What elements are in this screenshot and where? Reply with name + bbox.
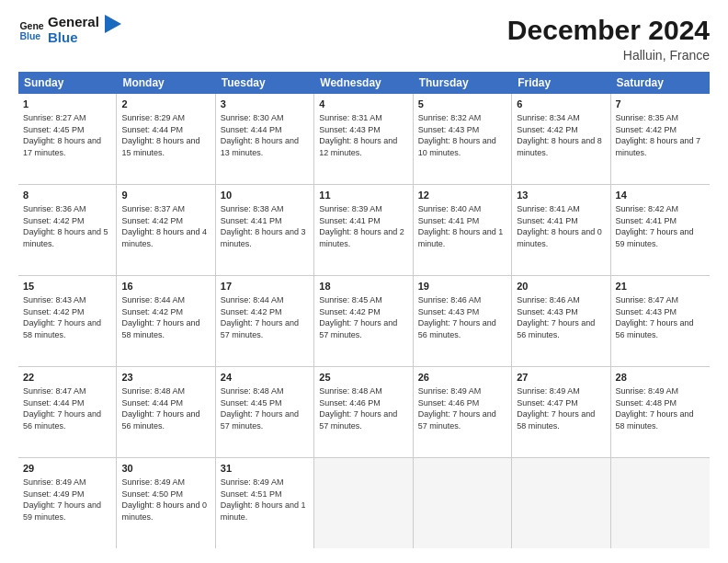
- day-number: 13: [517, 189, 605, 202]
- calendar-cell: 31Sunrise: 8:49 AMSunset: 4:51 PMDayligh…: [216, 458, 314, 548]
- day-number: 23: [121, 371, 210, 385]
- day-number: 27: [517, 371, 605, 385]
- calendar-week-row: 8Sunrise: 8:36 AMSunset: 4:42 PMDaylight…: [18, 185, 710, 276]
- day-number: 24: [221, 371, 309, 385]
- cell-info: Sunrise: 8:43 AMSunset: 4:42 PMDaylight:…: [23, 295, 101, 339]
- cell-info: Sunrise: 8:38 AMSunset: 4:41 PMDaylight:…: [221, 204, 306, 248]
- calendar-cell: 28Sunrise: 8:49 AMSunset: 4:48 PMDayligh…: [611, 367, 710, 457]
- day-number: 11: [319, 189, 407, 202]
- cell-info: Sunrise: 8:27 AMSunset: 4:45 PMDaylight:…: [23, 113, 101, 157]
- calendar-cell: 27Sunrise: 8:49 AMSunset: 4:47 PMDayligh…: [512, 367, 610, 457]
- calendar-body: 1Sunrise: 8:27 AMSunset: 4:45 PMDaylight…: [18, 94, 710, 548]
- cell-info: Sunrise: 8:32 AMSunset: 4:43 PMDaylight:…: [418, 113, 496, 157]
- calendar-cell: 1Sunrise: 8:27 AMSunset: 4:45 PMDaylight…: [18, 94, 117, 184]
- day-number: 21: [616, 280, 705, 293]
- cell-info: Sunrise: 8:49 AMSunset: 4:48 PMDaylight:…: [616, 386, 694, 431]
- calendar-cell: 15Sunrise: 8:43 AMSunset: 4:42 PMDayligh…: [18, 276, 117, 366]
- logo-text-blue: Blue: [48, 30, 99, 46]
- calendar-cell: 26Sunrise: 8:49 AMSunset: 4:46 PMDayligh…: [414, 367, 512, 457]
- day-number: 10: [221, 189, 309, 202]
- cell-info: Sunrise: 8:41 AMSunset: 4:41 PMDaylight:…: [517, 204, 602, 248]
- cell-info: Sunrise: 8:49 AMSunset: 4:46 PMDaylight:…: [418, 386, 496, 431]
- calendar-week-row: 22Sunrise: 8:47 AMSunset: 4:44 PMDayligh…: [18, 367, 710, 458]
- calendar: SundayMondayTuesdayWednesdayThursdayFrid…: [18, 72, 710, 548]
- calendar-week-row: 15Sunrise: 8:43 AMSunset: 4:42 PMDayligh…: [18, 276, 710, 367]
- day-number: 12: [418, 189, 506, 202]
- logo-flag-icon: [105, 15, 123, 42]
- day-number: 19: [418, 280, 506, 293]
- calendar-header-day: Thursday: [414, 72, 512, 94]
- day-number: 17: [221, 280, 309, 293]
- cell-info: Sunrise: 8:44 AMSunset: 4:42 PMDaylight:…: [121, 295, 199, 339]
- day-number: 3: [221, 98, 309, 111]
- day-number: 29: [23, 462, 111, 476]
- calendar-cell: 8Sunrise: 8:36 AMSunset: 4:42 PMDaylight…: [18, 185, 117, 275]
- cell-info: Sunrise: 8:47 AMSunset: 4:43 PMDaylight:…: [616, 295, 694, 339]
- calendar-cell: 24Sunrise: 8:48 AMSunset: 4:45 PMDayligh…: [216, 367, 314, 457]
- calendar-cell: 10Sunrise: 8:38 AMSunset: 4:41 PMDayligh…: [216, 185, 314, 275]
- cell-info: Sunrise: 8:34 AMSunset: 4:42 PMDaylight:…: [517, 113, 602, 157]
- day-number: 7: [616, 98, 705, 111]
- cell-info: Sunrise: 8:45 AMSunset: 4:42 PMDaylight:…: [319, 295, 397, 339]
- svg-text:Blue: Blue: [19, 29, 40, 40]
- calendar-cell: 2Sunrise: 8:29 AMSunset: 4:44 PMDaylight…: [117, 94, 215, 184]
- calendar-cell: 22Sunrise: 8:47 AMSunset: 4:44 PMDayligh…: [18, 367, 117, 457]
- day-number: 5: [418, 98, 506, 111]
- day-number: 4: [319, 98, 407, 111]
- day-number: 28: [616, 371, 705, 385]
- day-number: 9: [121, 189, 210, 202]
- calendar-header-day: Sunday: [18, 72, 117, 94]
- day-number: 8: [23, 189, 111, 202]
- calendar-header-day: Wednesday: [314, 72, 413, 94]
- month-title: December 2024: [507, 15, 710, 46]
- calendar-cell: 12Sunrise: 8:40 AMSunset: 4:41 PMDayligh…: [414, 185, 512, 275]
- cell-info: Sunrise: 8:48 AMSunset: 4:45 PMDaylight:…: [221, 386, 299, 431]
- cell-info: Sunrise: 8:31 AMSunset: 4:43 PMDaylight:…: [319, 113, 397, 157]
- calendar-cell: [512, 458, 610, 548]
- calendar-cell: [414, 458, 512, 548]
- calendar-cell: 23Sunrise: 8:48 AMSunset: 4:44 PMDayligh…: [117, 367, 215, 457]
- cell-info: Sunrise: 8:40 AMSunset: 4:41 PMDaylight:…: [418, 204, 504, 248]
- title-block: December 2024 Halluin, France: [507, 15, 710, 63]
- calendar-cell: 5Sunrise: 8:32 AMSunset: 4:43 PMDaylight…: [414, 94, 512, 184]
- day-number: 26: [418, 371, 506, 385]
- calendar-cell: 29Sunrise: 8:49 AMSunset: 4:49 PMDayligh…: [18, 458, 117, 548]
- day-number: 22: [23, 371, 111, 385]
- calendar-cell: 3Sunrise: 8:30 AMSunset: 4:44 PMDaylight…: [216, 94, 314, 184]
- calendar-header-day: Friday: [512, 72, 610, 94]
- cell-info: Sunrise: 8:39 AMSunset: 4:41 PMDaylight:…: [319, 204, 404, 248]
- location: Halluin, France: [507, 48, 710, 63]
- day-number: 14: [616, 189, 705, 202]
- calendar-cell: 17Sunrise: 8:44 AMSunset: 4:42 PMDayligh…: [216, 276, 314, 366]
- logo-icon: General Blue: [18, 17, 44, 43]
- calendar-cell: [611, 458, 710, 548]
- cell-info: Sunrise: 8:29 AMSunset: 4:44 PMDaylight:…: [121, 113, 199, 157]
- header: General Blue General Blue December 2024 …: [18, 15, 710, 63]
- logo-text-general: General: [48, 15, 99, 30]
- calendar-cell: 19Sunrise: 8:46 AMSunset: 4:43 PMDayligh…: [414, 276, 512, 366]
- calendar-cell: 11Sunrise: 8:39 AMSunset: 4:41 PMDayligh…: [314, 185, 413, 275]
- cell-info: Sunrise: 8:46 AMSunset: 4:43 PMDaylight:…: [517, 295, 595, 339]
- day-number: 25: [319, 371, 407, 385]
- cell-info: Sunrise: 8:36 AMSunset: 4:42 PMDaylight:…: [23, 204, 108, 248]
- calendar-cell: 16Sunrise: 8:44 AMSunset: 4:42 PMDayligh…: [117, 276, 215, 366]
- calendar-week-row: 1Sunrise: 8:27 AMSunset: 4:45 PMDaylight…: [18, 94, 710, 185]
- cell-info: Sunrise: 8:49 AMSunset: 4:51 PMDaylight:…: [221, 477, 306, 522]
- cell-info: Sunrise: 8:42 AMSunset: 4:41 PMDaylight:…: [616, 204, 694, 248]
- day-number: 15: [23, 280, 111, 293]
- day-number: 1: [23, 98, 111, 111]
- calendar-header-day: Saturday: [611, 72, 710, 94]
- day-number: 18: [319, 280, 407, 293]
- day-number: 30: [121, 462, 210, 476]
- cell-info: Sunrise: 8:48 AMSunset: 4:44 PMDaylight:…: [121, 386, 199, 431]
- day-number: 20: [517, 280, 605, 293]
- cell-info: Sunrise: 8:49 AMSunset: 4:49 PMDaylight:…: [23, 477, 101, 522]
- calendar-cell: 18Sunrise: 8:45 AMSunset: 4:42 PMDayligh…: [314, 276, 413, 366]
- calendar-cell: 14Sunrise: 8:42 AMSunset: 4:41 PMDayligh…: [611, 185, 710, 275]
- calendar-header-day: Tuesday: [216, 72, 314, 94]
- page: General Blue General Blue December 2024 …: [0, 0, 728, 563]
- svg-marker-3: [105, 15, 121, 33]
- calendar-cell: 9Sunrise: 8:37 AMSunset: 4:42 PMDaylight…: [117, 185, 215, 275]
- day-number: 2: [121, 98, 210, 111]
- cell-info: Sunrise: 8:49 AMSunset: 4:50 PMDaylight:…: [121, 477, 207, 522]
